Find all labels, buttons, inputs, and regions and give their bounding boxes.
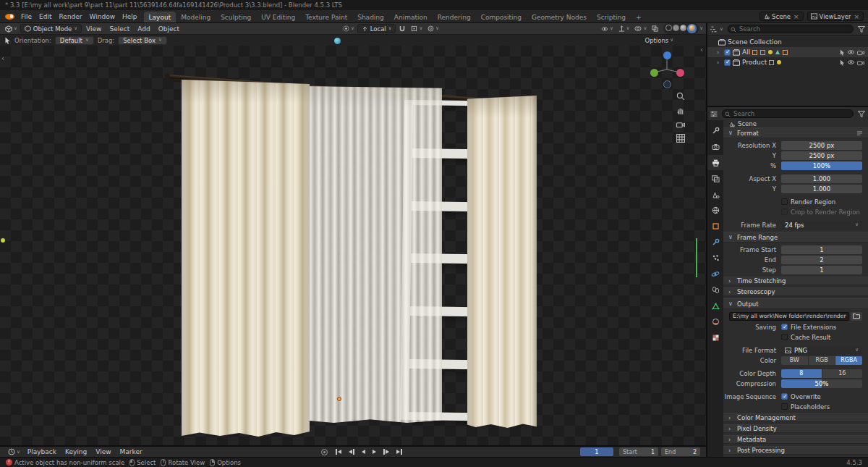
- unlink-viewlayer-button[interactable]: ×: [853, 13, 860, 20]
- depth-16-button[interactable]: 16: [822, 369, 863, 378]
- menu-object[interactable]: Object: [155, 25, 183, 33]
- collection-exclude-checkbox[interactable]: [724, 49, 731, 56]
- snap-settings-selector[interactable]: ∨: [409, 24, 425, 33]
- output-section-header[interactable]: ∨ Output: [723, 298, 868, 309]
- aspect-y-field[interactable]: 1.000: [781, 185, 862, 193]
- tab-particles[interactable]: [707, 251, 723, 266]
- workspace-tab-uv-editing[interactable]: UV Editing: [256, 12, 300, 22]
- hide-eye-icon[interactable]: [847, 49, 855, 55]
- workspace-tab-rendering[interactable]: Rendering: [433, 12, 476, 22]
- rod-finial-left[interactable]: [165, 73, 170, 78]
- show-overlays-toggle[interactable]: ∨: [632, 24, 649, 33]
- tab-object-data[interactable]: [707, 298, 723, 314]
- tab-view-layer[interactable]: [707, 171, 723, 186]
- outliner-row-collection-product[interactable]: › Product: [707, 57, 868, 67]
- disable-render-camera-icon[interactable]: [857, 59, 864, 66]
- properties-search-input[interactable]: [722, 109, 854, 118]
- frame-range-section-header[interactable]: ∨ Frame Range: [723, 232, 868, 243]
- next-keyframe-button[interactable]: [380, 448, 392, 455]
- previous-keyframe-button[interactable]: [346, 448, 357, 455]
- overwrite-checkbox[interactable]: Overwrite: [781, 393, 862, 400]
- aspect-x-field[interactable]: 1.000: [781, 174, 862, 183]
- tab-tool[interactable]: [707, 123, 723, 138]
- selectable-cursor-icon[interactable]: [840, 49, 845, 56]
- workspace-tab-animation[interactable]: Animation: [389, 12, 433, 22]
- tab-constraints[interactable]: [707, 282, 723, 298]
- workspace-tab-texture-paint[interactable]: Texture Paint: [300, 12, 352, 22]
- editor-type-selector[interactable]: ∨: [3, 24, 20, 33]
- add-workspace-button[interactable]: +: [631, 12, 647, 22]
- menu-window[interactable]: Window: [86, 10, 119, 22]
- scene-selector[interactable]: Scene ×: [760, 12, 803, 21]
- metadata-section-header[interactable]: › Metadata: [723, 435, 868, 444]
- resolution-x-field[interactable]: 2500 px: [781, 141, 862, 150]
- compression-slider[interactable]: 50%: [781, 379, 862, 388]
- color-management-section-header[interactable]: › Color Management: [723, 413, 868, 422]
- browse-output-path-button[interactable]: [851, 312, 862, 321]
- timeline-editor-type-selector[interactable]: ∨: [6, 447, 22, 457]
- toolbar-expand-arrow[interactable]: ‹: [1, 54, 4, 62]
- resolution-percentage-slider[interactable]: 100%: [781, 161, 862, 170]
- outliner-row-scene-collection[interactable]: Scene Collection: [707, 37, 868, 47]
- menu-edit[interactable]: Edit: [35, 10, 55, 22]
- frame-start-field[interactable]: Start 1: [619, 447, 658, 456]
- play-button[interactable]: [370, 449, 379, 455]
- tab-physics[interactable]: [707, 266, 723, 282]
- workspace-tab-geometry-nodes[interactable]: Geometry Nodes: [527, 12, 592, 22]
- tab-world[interactable]: [707, 203, 723, 218]
- workspace-tab-compositing[interactable]: Compositing: [476, 12, 527, 22]
- menu-keying[interactable]: Keying: [61, 448, 90, 455]
- jump-to-end-button[interactable]: [393, 448, 405, 455]
- crop-to-render-region-checkbox[interactable]: Crop to Render Region: [781, 209, 862, 216]
- frame-step-field[interactable]: 1: [781, 266, 862, 274]
- workspace-tab-shading[interactable]: Shading: [352, 12, 389, 22]
- menu-playback[interactable]: Playback: [24, 448, 60, 455]
- tab-output[interactable]: [707, 155, 723, 170]
- object-type-visibility-selector[interactable]: ∨: [599, 24, 616, 33]
- camera-view-icon[interactable]: [676, 121, 685, 128]
- outliner-search-input[interactable]: [728, 25, 854, 33]
- properties-editor-icon[interactable]: [710, 111, 718, 117]
- filter-funnel-icon[interactable]: [858, 111, 865, 117]
- format-section-header[interactable]: ∨ Format: [723, 127, 868, 138]
- time-stretching-section-header[interactable]: › Time Stretching: [723, 277, 868, 285]
- hide-eye-icon[interactable]: [847, 59, 855, 65]
- menu-add[interactable]: Add: [134, 25, 153, 33]
- gizmo-x-axis[interactable]: [676, 69, 684, 77]
- drag-mode-selector[interactable]: Select Box ∨: [118, 36, 167, 45]
- menu-marker[interactable]: Marker: [116, 448, 146, 455]
- tab-texture[interactable]: [707, 330, 723, 345]
- right-curtain-object[interactable]: [467, 96, 537, 428]
- zoom-icon[interactable]: [676, 92, 685, 101]
- workspace-tab-scripting[interactable]: Scripting: [592, 12, 631, 22]
- tool-orientation-selector[interactable]: Default ∨: [55, 36, 94, 45]
- transform-pivot-selector[interactable]: ∨: [341, 24, 357, 33]
- file-extensions-checkbox[interactable]: File Extensions: [781, 324, 862, 331]
- file-format-dropdown[interactable]: PNG∨: [781, 346, 862, 355]
- shading-dropdown-icon[interactable]: ∨: [699, 26, 703, 31]
- unlink-scene-button[interactable]: ×: [793, 13, 800, 20]
- xray-toggle[interactable]: [650, 24, 660, 33]
- pixel-density-section-header[interactable]: › Pixel Density: [723, 424, 868, 433]
- tab-render[interactable]: [707, 139, 723, 154]
- resolution-y-field[interactable]: 2500 px: [781, 151, 862, 160]
- mode-selector[interactable]: Object Mode ∨: [20, 24, 82, 33]
- options-dropdown[interactable]: Options ∨: [642, 35, 676, 45]
- shading-rendered-button[interactable]: [687, 24, 697, 33]
- menu-render[interactable]: Render: [56, 10, 86, 22]
- placeholders-checkbox[interactable]: Placeholders: [781, 403, 862, 411]
- depth-8-button[interactable]: 8: [781, 369, 822, 378]
- disable-render-camera-icon[interactable]: [857, 49, 864, 56]
- shading-solid-button[interactable]: [673, 25, 679, 33]
- format-presets-icon[interactable]: [856, 130, 863, 136]
- post-processing-section-header[interactable]: › Post Processing: [723, 446, 868, 455]
- snap-toggle[interactable]: [396, 24, 408, 33]
- viewlayer-selector[interactable]: ViewLayer ×: [807, 12, 864, 21]
- tab-object[interactable]: [707, 219, 723, 234]
- expand-arrow-icon[interactable]: ›: [717, 59, 722, 66]
- sidebar-expand-arrow[interactable]: ‹: [700, 46, 703, 54]
- menu-help[interactable]: Help: [119, 10, 141, 22]
- menu-view[interactable]: View: [82, 25, 105, 33]
- frame-end-field[interactable]: 2: [781, 256, 862, 264]
- frame-end-field[interactable]: End 2: [661, 447, 700, 456]
